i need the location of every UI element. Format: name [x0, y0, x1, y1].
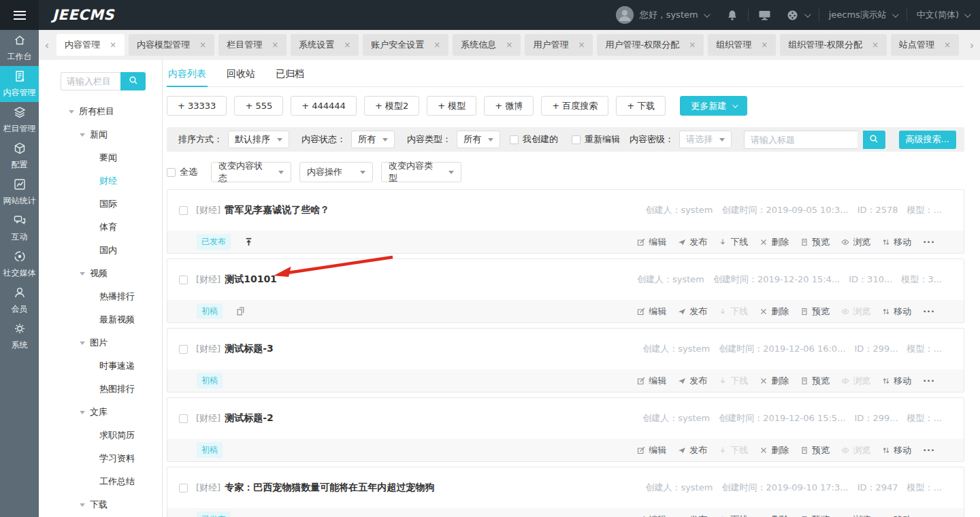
row-title[interactable]: 测试标题-2 [225, 412, 274, 424]
offline-action[interactable]: 下线 [719, 236, 748, 248]
created-by-me-checkbox[interactable]: 我创建的 [510, 133, 558, 146]
copy-icon[interactable] [236, 307, 245, 316]
tree-item-news[interactable]: 新闻 [39, 123, 162, 146]
more-actions-button[interactable]: ··· [923, 237, 935, 247]
column-search-input[interactable] [61, 72, 120, 90]
delete-action[interactable]: 删除 [760, 375, 789, 387]
tree-item-hot-videos[interactable]: 热播排行 [39, 285, 162, 308]
sidebar-item-members[interactable]: 会员 [0, 282, 39, 318]
move-action[interactable]: 移动 [882, 444, 911, 456]
edit-action[interactable]: 编辑 [637, 305, 666, 318]
move-action[interactable]: 移动 [882, 375, 911, 387]
create-download-button[interactable]: + 下载 [616, 96, 666, 116]
create-baidu-search-button[interactable]: + 百度搜索 [541, 96, 608, 116]
tree-item-latest-videos[interactable]: 最新视频 [39, 308, 162, 331]
tree-item-resumes[interactable]: 求职简历 [39, 424, 162, 447]
close-icon[interactable]: × [761, 40, 768, 50]
tree-item-finance[interactable]: 财经 [39, 169, 162, 193]
close-icon[interactable]: × [272, 40, 278, 50]
publish-action[interactable]: 发布 [678, 236, 707, 248]
edit-action[interactable]: 编辑 [637, 375, 666, 387]
more-actions-button[interactable]: ··· [923, 514, 935, 517]
select-all-checkbox[interactable]: 全选 [167, 166, 203, 178]
browse-action[interactable]: 浏览 [841, 236, 870, 248]
menu-toggle-button[interactable] [0, 0, 39, 30]
create-444444-button[interactable]: + 444444 [291, 96, 357, 116]
preview-action[interactable]: 预览 [800, 305, 830, 318]
sort-select[interactable]: 默认排序 [228, 131, 289, 148]
avatar[interactable] [616, 6, 634, 24]
close-icon[interactable]: × [434, 40, 440, 50]
window-tab-account-security[interactable]: 账户安全设置× [363, 34, 448, 56]
tab-recycle-bin[interactable]: 回收站 [225, 65, 257, 86]
browse-action[interactable]: 浏览 [841, 375, 870, 387]
title-search-button[interactable] [863, 131, 885, 149]
sidebar-item-site-stats[interactable]: 网站统计 [0, 174, 39, 210]
tree-item-sports[interactable]: 体育 [39, 216, 162, 239]
user-menu[interactable]: 您好，system [640, 9, 708, 21]
column-search-button[interactable] [120, 72, 146, 90]
browse-action[interactable]: 浏览 [841, 514, 870, 517]
window-tab-content-mgmt[interactable]: 内容管理× [56, 34, 125, 56]
window-tab-site-mgmt[interactable]: 站点管理× [891, 34, 959, 56]
publish-action[interactable]: 发布 [678, 444, 707, 456]
edit-action[interactable]: 编辑 [637, 236, 666, 248]
site-selector[interactable]: jeecms演示站 [829, 9, 897, 21]
browse-action[interactable]: 浏览 [841, 444, 870, 456]
row-checkbox[interactable] [179, 414, 188, 423]
preview-action[interactable]: 预览 [800, 514, 830, 517]
offline-action[interactable]: 下线 [719, 514, 748, 517]
more-create-button[interactable]: 更多新建 [680, 96, 747, 116]
move-action[interactable]: 移动 [882, 514, 911, 517]
publish-action[interactable]: 发布 [678, 514, 707, 517]
create-weibo-button[interactable]: + 微博 [484, 96, 534, 116]
move-action[interactable]: 移动 [882, 236, 911, 248]
tab-content-list[interactable]: 内容列表 [167, 65, 208, 86]
sidebar-item-social-media[interactable]: 社交媒体 [0, 246, 39, 282]
window-tab-system-info[interactable]: 系统信息× [453, 34, 521, 56]
row-title[interactable]: 雷军见李嘉诚说了些啥？ [225, 204, 329, 216]
tree-item-current-events[interactable]: 时事速递 [39, 354, 162, 378]
offline-action[interactable]: 下线 [719, 305, 748, 318]
notifications-button[interactable] [726, 9, 738, 21]
sidebar-item-system[interactable]: 系统 [0, 318, 39, 354]
window-tab-org-mgmt[interactable]: 组织管理× [708, 34, 776, 56]
close-icon[interactable]: × [578, 40, 585, 50]
edit-action[interactable]: 编辑 [637, 444, 666, 456]
tree-item-domestic[interactable]: 国内 [39, 239, 162, 262]
tree-item-study-materials[interactable]: 学习资料 [39, 447, 162, 470]
tree-item-headlines[interactable]: 要闻 [39, 146, 162, 169]
window-tab-user-mgmt[interactable]: 用户管理× [525, 34, 593, 56]
row-checkbox[interactable] [179, 206, 188, 215]
offline-action[interactable]: 下线 [719, 375, 748, 387]
close-icon[interactable]: × [344, 40, 350, 50]
move-action[interactable]: 移动 [882, 305, 911, 318]
sidebar-item-column-mgmt[interactable]: 栏目管理 [0, 102, 39, 138]
sidebar-item-content-mgmt[interactable]: 内容管理 [0, 66, 39, 102]
row-checkbox[interactable] [179, 276, 188, 284]
sidebar-item-workbench[interactable]: 工作台 [0, 30, 39, 66]
delete-action[interactable]: 删除 [760, 514, 789, 517]
row-title[interactable]: 测试10101 [225, 273, 277, 286]
close-icon[interactable]: × [689, 40, 696, 50]
tab-archived[interactable]: 已归档 [274, 65, 306, 86]
publish-action[interactable]: 发布 [678, 375, 707, 387]
more-actions-button[interactable]: ··· [923, 445, 935, 455]
create-555-button[interactable]: + 555 [234, 96, 283, 116]
tree-item-video[interactable]: 视频 [39, 262, 162, 285]
window-tab-org-permission[interactable]: 组织管理-权限分配× [780, 34, 887, 56]
row-title[interactable]: 测试标题-3 [225, 343, 274, 355]
delete-action[interactable]: 删除 [760, 236, 789, 248]
status-select[interactable]: 所有 [351, 131, 395, 148]
edit-action[interactable]: 编辑 [637, 514, 666, 517]
tabs-scroll-right-button[interactable]: › [966, 39, 977, 52]
close-icon[interactable]: × [872, 40, 879, 50]
preview-action[interactable]: 预览 [800, 444, 830, 456]
sidebar-item-interaction[interactable]: 互动 [0, 210, 39, 246]
pin-top-icon[interactable] [244, 237, 253, 246]
theme-menu[interactable] [786, 9, 809, 22]
delete-action[interactable]: 删除 [760, 444, 789, 456]
row-checkbox[interactable] [179, 484, 188, 493]
tree-item-work-summary[interactable]: 工作总结 [39, 470, 162, 493]
more-actions-button[interactable]: ··· [923, 376, 935, 386]
